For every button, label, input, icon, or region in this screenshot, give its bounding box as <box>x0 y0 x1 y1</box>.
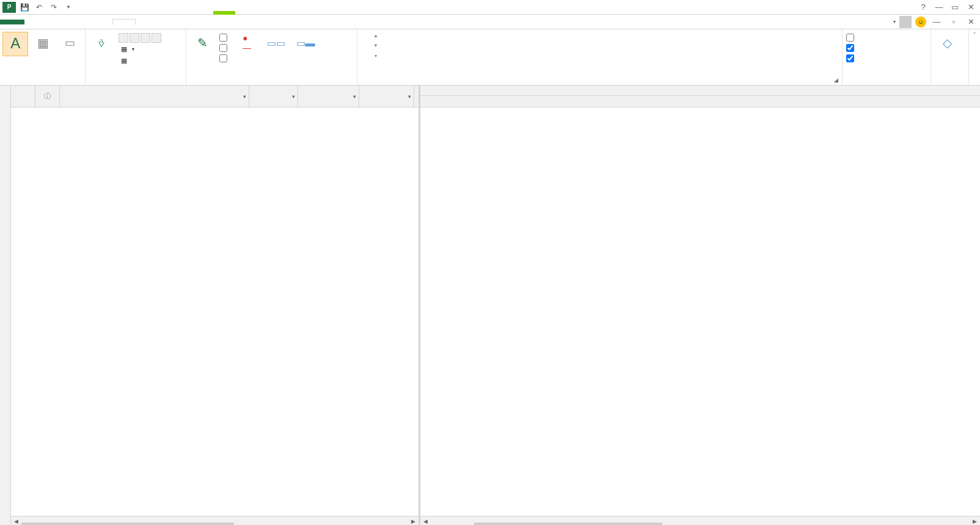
slack-check[interactable] <box>219 43 230 53</box>
tab-view[interactable] <box>90 20 112 24</box>
gantt-style-gallery[interactable] <box>361 31 368 35</box>
ganttstyle-group-label: ◢ <box>357 75 842 85</box>
barstyles-group-label <box>186 75 357 85</box>
ribbon-tabs: ▾ ☺ — ▫ ✕ <box>0 15 980 29</box>
project-summary-check[interactable] <box>846 43 857 53</box>
align-left-icon[interactable] <box>119 33 128 43</box>
outline-number-check[interactable] <box>846 33 857 42</box>
close-icon[interactable]: ✕ <box>964 2 978 12</box>
timeline[interactable] <box>420 86 980 108</box>
col-header-duration[interactable]: ▾ <box>249 86 298 107</box>
maximize-icon[interactable]: ▭ <box>948 2 962 12</box>
gallery-expand-icon[interactable]: ▲▼▾ <box>371 31 381 61</box>
info-icon: ⓘ <box>44 92 51 101</box>
wrap-text-icon[interactable] <box>152 33 161 43</box>
column-settings-icon: ▦ <box>121 45 127 53</box>
col-header-start[interactable]: ▾ <box>298 86 359 107</box>
grid-header: ⓘ ▾ ▾ ▾ ▾ <box>11 86 419 108</box>
drawing-icon: ◇ <box>937 33 957 53</box>
critical-tasks-check[interactable] <box>219 33 230 42</box>
gridlines-icon: ▦ <box>34 33 53 53</box>
align-center-icon[interactable] <box>130 33 139 43</box>
col-header-finish[interactable]: ▾ <box>359 86 414 107</box>
tab-task[interactable] <box>24 20 46 24</box>
col-header-indicator[interactable]: ⓘ <box>35 86 60 107</box>
feedback-icon[interactable]: ☺ <box>915 17 926 28</box>
qat-customize-icon[interactable]: ▼ <box>62 1 75 13</box>
scroll-right-icon[interactable]: ▶ <box>408 516 419 526</box>
task-path-icon: ●— <box>237 33 257 53</box>
gridlines-button[interactable]: ▦ <box>31 32 55 55</box>
slippage-icon: ▭▬ <box>296 33 315 53</box>
task-path-button[interactable]: ●— <box>233 32 260 55</box>
ribbon-minimize-icon[interactable]: — <box>930 17 943 27</box>
titlebar: P 💾 ↶ ↷ ▼ ? — ▭ ✕ <box>0 0 980 15</box>
scroll-left-icon[interactable]: ◀ <box>11 516 21 526</box>
avatar-icon[interactable] <box>899 16 912 28</box>
layout-icon: ▭ <box>60 33 80 53</box>
tab-file[interactable] <box>0 20 24 24</box>
format-icon: ✎ <box>192 33 212 53</box>
gantt-scroll-right-icon[interactable]: ▶ <box>970 516 980 526</box>
insert-column-button[interactable]: ⎀ <box>88 32 115 55</box>
baseline-button[interactable]: ▭▭ <box>263 32 290 55</box>
text-styles-icon: A <box>5 34 25 53</box>
redo-icon[interactable]: ↷ <box>48 1 60 13</box>
main-area: ⓘ ▾ ▾ ▾ ▾ ◀ ▶ ◀ ▶ <box>0 86 980 525</box>
insert-column-icon: ⎀ <box>92 33 111 53</box>
ribbon-body: A ▦ ▭ ⎀ <box>0 29 980 86</box>
col-header-taskname[interactable]: ▾ <box>60 86 249 107</box>
gantt-scroll-left-icon[interactable]: ◀ <box>420 516 431 526</box>
minimize-icon[interactable]: — <box>932 2 946 12</box>
gantt-chart-area: ◀ ▶ <box>420 86 980 525</box>
slippage-button[interactable]: ▭▬ <box>292 32 319 55</box>
align-right-icon[interactable] <box>141 33 150 43</box>
layout-button[interactable]: ▭ <box>58 32 82 55</box>
column-settings-button[interactable]: ▦▾ <box>119 44 161 54</box>
task-grid: ⓘ ▾ ▾ ▾ ▾ ◀ ▶ <box>11 86 420 525</box>
ribbon-collapse-icon[interactable]: ˆ <box>969 29 980 85</box>
side-tab-gantt[interactable] <box>0 86 11 525</box>
ribbon-restore-icon[interactable]: ▫ <box>947 17 960 27</box>
gantt-hscroll[interactable]: ◀ ▶ <box>420 516 980 525</box>
undo-icon[interactable]: ↶ <box>33 1 45 13</box>
app-icon: P <box>2 2 16 13</box>
drawing-button[interactable]: ◇ <box>934 32 960 55</box>
baseline-icon: ▭▭ <box>266 33 286 53</box>
columns-group-label <box>86 75 186 85</box>
format-group-label <box>0 75 85 85</box>
gantt-body[interactable] <box>420 108 980 516</box>
grid-hscroll[interactable]: ◀ ▶ <box>11 516 419 525</box>
tab-format[interactable] <box>112 19 136 25</box>
format-button[interactable]: ✎ <box>189 32 216 55</box>
summary-tasks-check[interactable] <box>846 54 857 63</box>
ribbon-close-icon[interactable]: ✕ <box>964 17 978 27</box>
tab-project[interactable] <box>68 20 90 24</box>
late-tasks-check[interactable] <box>219 54 230 63</box>
col-header-num[interactable] <box>11 86 35 107</box>
custom-fields-icon: ▦ <box>121 57 127 65</box>
help-icon[interactable]: ? <box>916 2 930 12</box>
text-styles-button[interactable]: A <box>2 32 28 56</box>
showhide-group-label <box>843 75 931 85</box>
tab-resource[interactable] <box>46 20 68 24</box>
grid-body[interactable] <box>11 108 419 516</box>
save-icon[interactable]: 💾 <box>18 1 31 13</box>
custom-fields-button[interactable]: ▦ <box>119 56 161 66</box>
drawings-group-label <box>931 75 968 85</box>
